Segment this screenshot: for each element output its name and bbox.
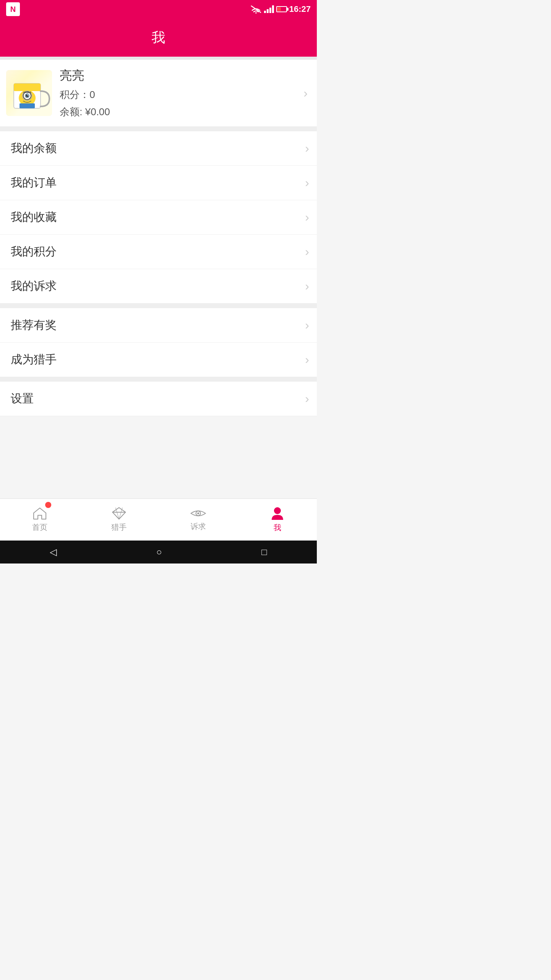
profile-left: LIKABLE 亮亮 积分：0 余额: ¥0.00 bbox=[6, 67, 110, 119]
android-nav: ◁ ○ □ bbox=[0, 541, 317, 564]
menu-gap-2 bbox=[0, 304, 317, 308]
eye-icon bbox=[190, 508, 206, 519]
svg-rect-7 bbox=[14, 83, 41, 91]
app-notification-icon: N bbox=[6, 2, 20, 16]
profile-points: 积分：0 bbox=[60, 88, 110, 101]
menu-label-settings: 设置 bbox=[11, 391, 34, 407]
svg-point-22 bbox=[274, 507, 281, 514]
menu-label-favorites: 我的收藏 bbox=[11, 209, 57, 225]
menu-item-balance[interactable]: 我的余额 › bbox=[0, 131, 317, 166]
nav-item-me[interactable]: 我 bbox=[238, 499, 317, 541]
home-button[interactable]: ○ bbox=[156, 547, 162, 557]
profile-name: 亮亮 bbox=[60, 67, 110, 84]
svg-rect-2 bbox=[264, 11, 266, 13]
signal-icon bbox=[264, 5, 274, 13]
svg-point-21 bbox=[197, 513, 199, 514]
profile-info: 亮亮 积分：0 余额: ¥0.00 bbox=[60, 67, 110, 119]
menu-item-hunter[interactable]: 成为猎手 › bbox=[0, 343, 317, 377]
menu-gap-1 bbox=[0, 127, 317, 131]
header-divider bbox=[0, 57, 317, 60]
nav-label-hunter: 猎手 bbox=[111, 522, 127, 532]
svg-marker-16 bbox=[112, 508, 126, 519]
menu-label-orders: 我的订单 bbox=[11, 175, 57, 191]
nav-item-complaints[interactable]: 诉求 bbox=[158, 499, 238, 541]
menu-chevron-settings: › bbox=[305, 392, 309, 406]
menu-chevron-orders: › bbox=[305, 176, 309, 190]
menu-label-points: 我的积分 bbox=[11, 244, 57, 260]
svg-rect-4 bbox=[269, 8, 271, 13]
menu-chevron-favorites: › bbox=[305, 210, 309, 224]
diamond-icon bbox=[112, 507, 126, 520]
menu-chevron-hunter: › bbox=[305, 353, 309, 367]
page-title: 我 bbox=[152, 28, 165, 47]
back-button[interactable]: ◁ bbox=[50, 547, 57, 557]
svg-point-12 bbox=[28, 95, 29, 96]
menu-label-hunter: 成为猎手 bbox=[11, 352, 57, 368]
menu-chevron-points: › bbox=[305, 245, 309, 259]
menu-label-balance: 我的余额 bbox=[11, 140, 57, 156]
status-bar: N 16:27 bbox=[0, 0, 317, 18]
menu-chevron-balance: › bbox=[305, 141, 309, 155]
menu-item-settings[interactable]: 设置 › bbox=[0, 382, 317, 416]
nav-label-home: 首页 bbox=[32, 522, 47, 532]
svg-rect-14 bbox=[20, 103, 35, 108]
nav-item-hunter[interactable]: 猎手 bbox=[79, 499, 158, 541]
time-display: 16:27 bbox=[289, 4, 311, 14]
battery-icon bbox=[276, 6, 287, 12]
bottom-nav: 首页 猎手 诉求 我 bbox=[0, 498, 317, 541]
status-bar-left: N bbox=[6, 2, 20, 16]
menu-group-2: 推荐有奖 › 成为猎手 › bbox=[0, 308, 317, 377]
profile-chevron-icon: › bbox=[303, 86, 308, 100]
menu-item-complaints[interactable]: 我的诉求 › bbox=[0, 269, 317, 304]
profile-balance: 余额: ¥0.00 bbox=[60, 105, 110, 119]
menu-item-orders[interactable]: 我的订单 › bbox=[0, 166, 317, 200]
menu-chevron-complaints: › bbox=[305, 279, 309, 293]
person-icon bbox=[271, 506, 284, 520]
home-icon bbox=[33, 507, 47, 520]
profile-section[interactable]: LIKABLE 亮亮 积分：0 余额: ¥0.00 › bbox=[0, 60, 317, 127]
menu-item-recommend[interactable]: 推荐有奖 › bbox=[0, 308, 317, 343]
nav-label-complaints: 诉求 bbox=[191, 521, 206, 532]
menu-group-3: 设置 › bbox=[0, 382, 317, 416]
svg-rect-3 bbox=[267, 9, 269, 13]
svg-text:LIKABLE: LIKABLE bbox=[23, 91, 31, 93]
menu-gap-3 bbox=[0, 377, 317, 382]
svg-point-1 bbox=[255, 12, 257, 13]
menu-chevron-recommend: › bbox=[305, 318, 309, 332]
avatar: LIKABLE bbox=[6, 70, 52, 116]
empty-space bbox=[0, 416, 317, 493]
menu-label-complaints: 我的诉求 bbox=[11, 278, 57, 294]
avatar-image: LIKABLE bbox=[8, 72, 50, 114]
menu-item-points[interactable]: 我的积分 › bbox=[0, 235, 317, 269]
wifi-off-icon bbox=[250, 5, 262, 13]
svg-rect-5 bbox=[272, 5, 274, 13]
menu-item-favorites[interactable]: 我的收藏 › bbox=[0, 200, 317, 235]
menu-label-recommend: 推荐有奖 bbox=[11, 317, 57, 333]
page-header: 我 bbox=[0, 18, 317, 57]
status-bar-right: 16:27 bbox=[250, 4, 311, 14]
menu-group-1: 我的余额 › 我的订单 › 我的收藏 › 我的积分 › 我的诉求 › bbox=[0, 131, 317, 304]
nav-item-home[interactable]: 首页 bbox=[0, 499, 79, 541]
nav-dot-home bbox=[45, 502, 51, 508]
nav-label-me: 我 bbox=[274, 523, 281, 533]
recent-button[interactable]: □ bbox=[261, 547, 267, 557]
